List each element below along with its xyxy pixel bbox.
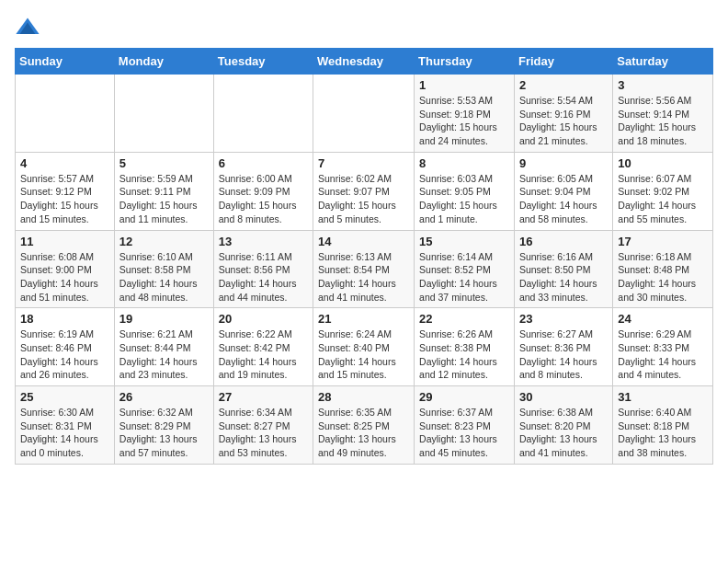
week-row-4: 18Sunrise: 6:19 AM Sunset: 8:46 PM Dayli… xyxy=(16,308,713,386)
day-number: 14 xyxy=(318,235,409,248)
day-cell: 29Sunrise: 6:37 AM Sunset: 8:23 PM Dayli… xyxy=(415,386,515,465)
day-cell: 17Sunrise: 6:18 AM Sunset: 8:48 PM Dayli… xyxy=(613,230,713,308)
day-info: Sunrise: 6:08 AM Sunset: 9:00 PM Dayligh… xyxy=(20,250,109,304)
day-cell xyxy=(313,75,415,153)
day-number: 3 xyxy=(618,78,708,92)
week-row-5: 25Sunrise: 6:30 AM Sunset: 8:31 PM Dayli… xyxy=(16,386,713,465)
day-cell: 28Sunrise: 6:35 AM Sunset: 8:25 PM Dayli… xyxy=(313,386,415,465)
day-info: Sunrise: 6:21 AM Sunset: 8:44 PM Dayligh… xyxy=(119,327,209,382)
day-info: Sunrise: 6:29 AM Sunset: 8:33 PM Dayligh… xyxy=(618,327,708,382)
day-number: 25 xyxy=(20,390,109,404)
day-number: 13 xyxy=(219,235,308,248)
day-number: 21 xyxy=(318,312,409,326)
day-cell: 21Sunrise: 6:24 AM Sunset: 8:40 PM Dayli… xyxy=(313,308,415,386)
day-info: Sunrise: 5:53 AM Sunset: 9:18 PM Dayligh… xyxy=(419,94,509,148)
day-info: Sunrise: 5:57 AM Sunset: 9:12 PM Dayligh… xyxy=(20,172,109,226)
weekday-header-tuesday: Tuesday xyxy=(213,49,313,75)
day-info: Sunrise: 6:37 AM Sunset: 8:23 PM Dayligh… xyxy=(419,406,509,460)
day-cell xyxy=(16,75,115,153)
day-number: 9 xyxy=(519,156,608,170)
day-info: Sunrise: 6:00 AM Sunset: 9:09 PM Dayligh… xyxy=(219,172,308,226)
day-cell: 4Sunrise: 5:57 AM Sunset: 9:12 PM Daylig… xyxy=(16,152,115,230)
weekday-header-monday: Monday xyxy=(114,49,213,75)
day-number: 29 xyxy=(419,390,509,404)
day-number: 16 xyxy=(519,235,608,248)
day-cell: 12Sunrise: 6:10 AM Sunset: 8:58 PM Dayli… xyxy=(114,230,213,308)
day-cell: 2Sunrise: 5:54 AM Sunset: 9:16 PM Daylig… xyxy=(514,75,612,153)
day-info: Sunrise: 5:59 AM Sunset: 9:11 PM Dayligh… xyxy=(119,172,209,226)
day-cell: 19Sunrise: 6:21 AM Sunset: 8:44 PM Dayli… xyxy=(114,308,213,386)
day-cell: 31Sunrise: 6:40 AM Sunset: 8:18 PM Dayli… xyxy=(613,386,713,465)
page-header xyxy=(15,15,713,40)
day-info: Sunrise: 6:02 AM Sunset: 9:07 PM Dayligh… xyxy=(318,172,409,226)
day-number: 15 xyxy=(419,235,509,248)
day-info: Sunrise: 6:05 AM Sunset: 9:04 PM Dayligh… xyxy=(519,172,608,226)
day-cell xyxy=(213,75,313,153)
day-cell: 27Sunrise: 6:34 AM Sunset: 8:27 PM Dayli… xyxy=(213,386,313,465)
weekday-header-friday: Friday xyxy=(514,49,612,75)
day-info: Sunrise: 5:56 AM Sunset: 9:14 PM Dayligh… xyxy=(618,94,708,148)
week-row-2: 4Sunrise: 5:57 AM Sunset: 9:12 PM Daylig… xyxy=(16,152,713,230)
day-info: Sunrise: 6:40 AM Sunset: 8:18 PM Dayligh… xyxy=(618,406,708,460)
logo xyxy=(15,15,44,40)
day-cell: 9Sunrise: 6:05 AM Sunset: 9:04 PM Daylig… xyxy=(514,152,612,230)
day-cell: 15Sunrise: 6:14 AM Sunset: 8:52 PM Dayli… xyxy=(415,230,515,308)
weekday-header-wednesday: Wednesday xyxy=(313,49,415,75)
day-number: 20 xyxy=(219,312,308,326)
day-cell: 8Sunrise: 6:03 AM Sunset: 9:05 PM Daylig… xyxy=(415,152,515,230)
day-cell: 14Sunrise: 6:13 AM Sunset: 8:54 PM Dayli… xyxy=(313,230,415,308)
day-number: 22 xyxy=(419,312,509,326)
weekday-header-row: SundayMondayTuesdayWednesdayThursdayFrid… xyxy=(16,49,713,75)
weekday-header-saturday: Saturday xyxy=(613,49,713,75)
day-info: Sunrise: 6:13 AM Sunset: 8:54 PM Dayligh… xyxy=(318,250,409,304)
day-info: Sunrise: 6:18 AM Sunset: 8:48 PM Dayligh… xyxy=(618,250,708,304)
calendar-table: SundayMondayTuesdayWednesdayThursdayFrid… xyxy=(15,48,713,465)
week-row-3: 11Sunrise: 6:08 AM Sunset: 9:00 PM Dayli… xyxy=(16,230,713,308)
day-cell: 25Sunrise: 6:30 AM Sunset: 8:31 PM Dayli… xyxy=(16,386,115,465)
day-cell: 11Sunrise: 6:08 AM Sunset: 9:00 PM Dayli… xyxy=(16,230,115,308)
day-number: 1 xyxy=(419,78,509,92)
day-cell: 1Sunrise: 5:53 AM Sunset: 9:18 PM Daylig… xyxy=(415,75,515,153)
day-info: Sunrise: 5:54 AM Sunset: 9:16 PM Dayligh… xyxy=(519,94,608,148)
day-cell: 18Sunrise: 6:19 AM Sunset: 8:46 PM Dayli… xyxy=(16,308,115,386)
day-number: 23 xyxy=(519,312,608,326)
day-info: Sunrise: 6:35 AM Sunset: 8:25 PM Dayligh… xyxy=(318,406,409,460)
day-cell: 5Sunrise: 5:59 AM Sunset: 9:11 PM Daylig… xyxy=(114,152,213,230)
day-cell: 20Sunrise: 6:22 AM Sunset: 8:42 PM Dayli… xyxy=(213,308,313,386)
day-number: 8 xyxy=(419,156,509,170)
day-number: 6 xyxy=(219,156,308,170)
day-info: Sunrise: 6:10 AM Sunset: 8:58 PM Dayligh… xyxy=(119,250,209,304)
day-info: Sunrise: 6:07 AM Sunset: 9:02 PM Dayligh… xyxy=(618,172,708,226)
day-number: 10 xyxy=(618,156,708,170)
day-number: 31 xyxy=(618,390,708,404)
day-cell: 16Sunrise: 6:16 AM Sunset: 8:50 PM Dayli… xyxy=(514,230,612,308)
day-number: 17 xyxy=(618,235,708,248)
day-number: 4 xyxy=(20,156,109,170)
day-cell: 6Sunrise: 6:00 AM Sunset: 9:09 PM Daylig… xyxy=(213,152,313,230)
day-cell xyxy=(114,75,213,153)
day-number: 18 xyxy=(20,312,109,326)
day-info: Sunrise: 6:24 AM Sunset: 8:40 PM Dayligh… xyxy=(318,327,409,382)
day-cell: 10Sunrise: 6:07 AM Sunset: 9:02 PM Dayli… xyxy=(613,152,713,230)
day-cell: 26Sunrise: 6:32 AM Sunset: 8:29 PM Dayli… xyxy=(114,386,213,465)
day-number: 26 xyxy=(119,390,209,404)
day-number: 7 xyxy=(318,156,409,170)
day-info: Sunrise: 6:32 AM Sunset: 8:29 PM Dayligh… xyxy=(119,406,209,460)
day-info: Sunrise: 6:19 AM Sunset: 8:46 PM Dayligh… xyxy=(20,327,109,382)
day-number: 19 xyxy=(119,312,209,326)
day-cell: 3Sunrise: 5:56 AM Sunset: 9:14 PM Daylig… xyxy=(613,75,713,153)
day-cell: 13Sunrise: 6:11 AM Sunset: 8:56 PM Dayli… xyxy=(213,230,313,308)
day-info: Sunrise: 6:11 AM Sunset: 8:56 PM Dayligh… xyxy=(219,250,308,304)
day-number: 11 xyxy=(20,235,109,248)
week-row-1: 1Sunrise: 5:53 AM Sunset: 9:18 PM Daylig… xyxy=(16,75,713,153)
day-number: 12 xyxy=(119,235,209,248)
day-number: 5 xyxy=(119,156,209,170)
day-number: 27 xyxy=(219,390,308,404)
day-number: 30 xyxy=(519,390,608,404)
day-cell: 7Sunrise: 6:02 AM Sunset: 9:07 PM Daylig… xyxy=(313,152,415,230)
day-info: Sunrise: 6:14 AM Sunset: 8:52 PM Dayligh… xyxy=(419,250,509,304)
day-info: Sunrise: 6:26 AM Sunset: 8:38 PM Dayligh… xyxy=(419,327,509,382)
day-info: Sunrise: 6:30 AM Sunset: 8:31 PM Dayligh… xyxy=(20,406,109,460)
day-info: Sunrise: 6:16 AM Sunset: 8:50 PM Dayligh… xyxy=(519,250,608,304)
weekday-header-sunday: Sunday xyxy=(16,49,115,75)
